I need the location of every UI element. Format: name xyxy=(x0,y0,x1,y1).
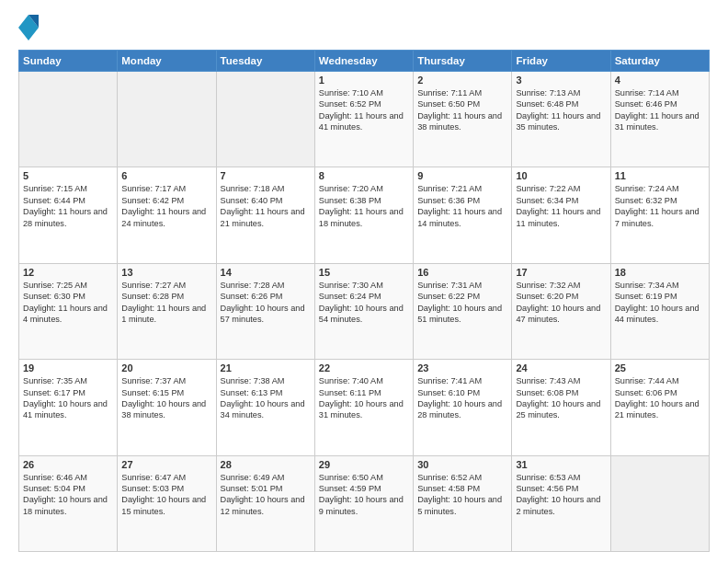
calendar-cell: 7Sunrise: 7:18 AM Sunset: 6:40 PM Daylig… xyxy=(216,167,314,263)
calendar-cell: 18Sunrise: 7:34 AM Sunset: 6:19 PM Dayli… xyxy=(610,263,709,359)
day-number: 29 xyxy=(319,459,409,470)
calendar-cell: 4Sunrise: 7:14 AM Sunset: 6:46 PM Daylig… xyxy=(610,72,709,167)
day-number: 22 xyxy=(319,362,409,373)
cell-content: Sunrise: 7:18 AM Sunset: 6:40 PM Dayligh… xyxy=(221,183,311,229)
calendar-cell: 28Sunrise: 6:49 AM Sunset: 5:01 PM Dayli… xyxy=(216,455,314,551)
day-number: 25 xyxy=(615,362,705,373)
cell-content: Sunrise: 7:20 AM Sunset: 6:38 PM Dayligh… xyxy=(319,183,409,229)
calendar-cell: 9Sunrise: 7:21 AM Sunset: 6:36 PM Daylig… xyxy=(414,167,512,263)
calendar-week-4: 19Sunrise: 7:35 AM Sunset: 6:17 PM Dayli… xyxy=(19,360,710,455)
cell-content: Sunrise: 7:10 AM Sunset: 6:52 PM Dayligh… xyxy=(319,87,409,133)
cell-content: Sunrise: 7:17 AM Sunset: 6:42 PM Dayligh… xyxy=(121,183,211,229)
calendar-cell: 16Sunrise: 7:31 AM Sunset: 6:22 PM Dayli… xyxy=(414,263,512,359)
day-number: 8 xyxy=(319,170,409,181)
cell-content: Sunrise: 7:38 AM Sunset: 6:13 PM Dayligh… xyxy=(221,375,311,421)
day-number: 2 xyxy=(417,75,507,86)
day-number: 24 xyxy=(516,362,606,373)
header xyxy=(18,15,710,40)
cell-content: Sunrise: 7:24 AM Sunset: 6:32 PM Dayligh… xyxy=(615,183,705,229)
day-header-tuesday: Tuesday xyxy=(216,51,314,72)
day-number: 21 xyxy=(221,362,311,373)
day-number: 16 xyxy=(417,267,507,278)
day-number: 3 xyxy=(516,75,606,86)
cell-content: Sunrise: 6:49 AM Sunset: 5:01 PM Dayligh… xyxy=(221,472,311,518)
day-number: 5 xyxy=(23,170,113,181)
day-number: 23 xyxy=(417,362,507,373)
calendar-cell: 19Sunrise: 7:35 AM Sunset: 6:17 PM Dayli… xyxy=(19,360,118,455)
day-header-sunday: Sunday xyxy=(19,51,118,72)
logo xyxy=(18,15,42,40)
calendar-cell: 5Sunrise: 7:15 AM Sunset: 6:44 PM Daylig… xyxy=(19,167,118,263)
calendar-cell xyxy=(118,72,216,167)
day-header-saturday: Saturday xyxy=(610,51,709,72)
day-number: 17 xyxy=(516,267,606,278)
day-number: 10 xyxy=(516,170,606,181)
calendar-header-row: SundayMondayTuesdayWednesdayThursdayFrid… xyxy=(19,51,710,72)
day-number: 18 xyxy=(615,267,705,278)
calendar-cell: 11Sunrise: 7:24 AM Sunset: 6:32 PM Dayli… xyxy=(610,167,709,263)
calendar-cell: 21Sunrise: 7:38 AM Sunset: 6:13 PM Dayli… xyxy=(216,360,314,455)
day-number: 13 xyxy=(121,267,211,278)
day-number: 1 xyxy=(319,75,409,86)
cell-content: Sunrise: 6:53 AM Sunset: 4:56 PM Dayligh… xyxy=(516,472,606,518)
cell-content: Sunrise: 7:30 AM Sunset: 6:24 PM Dayligh… xyxy=(319,280,409,326)
cell-content: Sunrise: 7:21 AM Sunset: 6:36 PM Dayligh… xyxy=(417,183,507,229)
cell-content: Sunrise: 7:31 AM Sunset: 6:22 PM Dayligh… xyxy=(417,280,507,326)
day-number: 20 xyxy=(121,362,211,373)
calendar-cell: 1Sunrise: 7:10 AM Sunset: 6:52 PM Daylig… xyxy=(314,72,413,167)
calendar-cell: 23Sunrise: 7:41 AM Sunset: 6:10 PM Dayli… xyxy=(414,360,512,455)
day-header-thursday: Thursday xyxy=(414,51,512,72)
calendar-cell: 20Sunrise: 7:37 AM Sunset: 6:15 PM Dayli… xyxy=(118,360,216,455)
cell-content: Sunrise: 7:41 AM Sunset: 6:10 PM Dayligh… xyxy=(417,375,507,421)
calendar-cell: 24Sunrise: 7:43 AM Sunset: 6:08 PM Dayli… xyxy=(512,360,610,455)
calendar-week-1: 1Sunrise: 7:10 AM Sunset: 6:52 PM Daylig… xyxy=(19,72,710,167)
cell-content: Sunrise: 7:40 AM Sunset: 6:11 PM Dayligh… xyxy=(319,375,409,421)
cell-content: Sunrise: 7:32 AM Sunset: 6:20 PM Dayligh… xyxy=(516,280,606,326)
calendar-cell: 14Sunrise: 7:28 AM Sunset: 6:26 PM Dayli… xyxy=(216,263,314,359)
calendar-cell xyxy=(19,72,118,167)
calendar-cell: 3Sunrise: 7:13 AM Sunset: 6:48 PM Daylig… xyxy=(512,72,610,167)
cell-content: Sunrise: 7:34 AM Sunset: 6:19 PM Dayligh… xyxy=(615,280,705,326)
page: SundayMondayTuesdayWednesdayThursdayFrid… xyxy=(0,0,728,563)
calendar-week-2: 5Sunrise: 7:15 AM Sunset: 6:44 PM Daylig… xyxy=(19,167,710,263)
calendar-cell xyxy=(610,455,709,551)
cell-content: Sunrise: 7:28 AM Sunset: 6:26 PM Dayligh… xyxy=(221,280,311,326)
calendar-cell: 29Sunrise: 6:50 AM Sunset: 4:59 PM Dayli… xyxy=(314,455,413,551)
cell-content: Sunrise: 6:52 AM Sunset: 4:58 PM Dayligh… xyxy=(417,472,507,518)
day-number: 12 xyxy=(23,267,113,278)
day-header-monday: Monday xyxy=(118,51,216,72)
calendar-cell: 12Sunrise: 7:25 AM Sunset: 6:30 PM Dayli… xyxy=(19,263,118,359)
day-number: 15 xyxy=(319,267,409,278)
cell-content: Sunrise: 7:35 AM Sunset: 6:17 PM Dayligh… xyxy=(23,375,113,421)
cell-content: Sunrise: 7:43 AM Sunset: 6:08 PM Dayligh… xyxy=(516,375,606,421)
calendar-week-3: 12Sunrise: 7:25 AM Sunset: 6:30 PM Dayli… xyxy=(19,263,710,359)
calendar-cell xyxy=(216,72,314,167)
day-number: 9 xyxy=(417,170,507,181)
cell-content: Sunrise: 6:46 AM Sunset: 5:04 PM Dayligh… xyxy=(23,472,113,518)
day-number: 30 xyxy=(417,459,507,470)
calendar-cell: 8Sunrise: 7:20 AM Sunset: 6:38 PM Daylig… xyxy=(314,167,413,263)
day-header-friday: Friday xyxy=(512,51,610,72)
cell-content: Sunrise: 7:13 AM Sunset: 6:48 PM Dayligh… xyxy=(516,87,606,133)
calendar-cell: 22Sunrise: 7:40 AM Sunset: 6:11 PM Dayli… xyxy=(314,360,413,455)
day-number: 28 xyxy=(221,459,311,470)
calendar-cell: 30Sunrise: 6:52 AM Sunset: 4:58 PM Dayli… xyxy=(414,455,512,551)
day-number: 27 xyxy=(121,459,211,470)
cell-content: Sunrise: 7:37 AM Sunset: 6:15 PM Dayligh… xyxy=(121,375,211,421)
calendar-cell: 15Sunrise: 7:30 AM Sunset: 6:24 PM Dayli… xyxy=(314,263,413,359)
cell-content: Sunrise: 7:11 AM Sunset: 6:50 PM Dayligh… xyxy=(417,87,507,133)
calendar-cell: 10Sunrise: 7:22 AM Sunset: 6:34 PM Dayli… xyxy=(512,167,610,263)
day-number: 14 xyxy=(221,267,311,278)
calendar-week-5: 26Sunrise: 6:46 AM Sunset: 5:04 PM Dayli… xyxy=(19,455,710,551)
day-header-wednesday: Wednesday xyxy=(314,51,413,72)
day-number: 26 xyxy=(23,459,113,470)
calendar-cell: 6Sunrise: 7:17 AM Sunset: 6:42 PM Daylig… xyxy=(118,167,216,263)
cell-content: Sunrise: 7:44 AM Sunset: 6:06 PM Dayligh… xyxy=(615,375,705,421)
day-number: 31 xyxy=(516,459,606,470)
cell-content: Sunrise: 7:22 AM Sunset: 6:34 PM Dayligh… xyxy=(516,183,606,229)
calendar-cell: 25Sunrise: 7:44 AM Sunset: 6:06 PM Dayli… xyxy=(610,360,709,455)
calendar-cell: 26Sunrise: 6:46 AM Sunset: 5:04 PM Dayli… xyxy=(19,455,118,551)
calendar-cell: 27Sunrise: 6:47 AM Sunset: 5:03 PM Dayli… xyxy=(118,455,216,551)
logo-icon xyxy=(18,15,39,40)
calendar-cell: 13Sunrise: 7:27 AM Sunset: 6:28 PM Dayli… xyxy=(118,263,216,359)
